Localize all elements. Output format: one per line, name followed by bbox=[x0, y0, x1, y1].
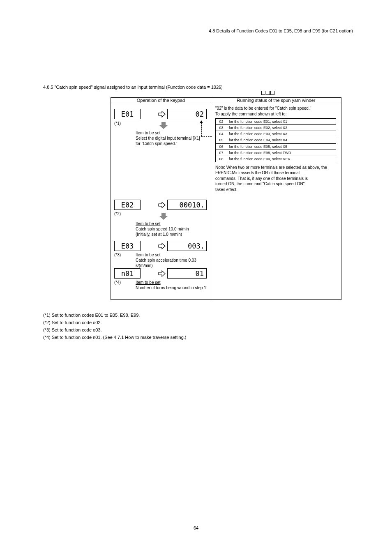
lcd-val-n01: 01 bbox=[167, 268, 207, 279]
lcd-val-e01: 02 bbox=[167, 109, 207, 119]
cell: 04 bbox=[216, 131, 227, 137]
lcd-code-e02: E02 bbox=[114, 200, 141, 210]
page-number: 64 bbox=[0, 525, 392, 530]
page-header: 4.8 Details of Function Codes E01 to E05… bbox=[209, 28, 353, 33]
pointer-tip bbox=[200, 120, 203, 123]
row-label-2: (*2) bbox=[114, 211, 121, 216]
lcd-code-e01: E01 bbox=[114, 109, 141, 119]
caption-body: Select the digital input terminal [X1] f… bbox=[136, 136, 200, 146]
cell: for the function code E01, select X1 bbox=[227, 119, 336, 125]
caption-body: Catch spin acceleration time 0.03 s/(m/m… bbox=[136, 258, 196, 268]
lcd-code-e03: E03 bbox=[114, 241, 141, 251]
lcd-val-e02: 00010. bbox=[167, 200, 207, 210]
right-intro: "02" is the data to be entered for "Catc… bbox=[215, 106, 338, 111]
right-panel: "02" is the data to be entered for "Catc… bbox=[211, 103, 341, 299]
cell: for the function code E04, select X4 bbox=[227, 137, 336, 143]
col-header-right: Running status of the spun yarn winder bbox=[211, 98, 341, 103]
caption-title: Item to be set bbox=[136, 131, 161, 135]
caption-e02: Item to be set Catch spin speed 10.0 m/m… bbox=[136, 221, 205, 237]
cell: for the function code E05, select X5 bbox=[227, 143, 336, 150]
caption-title: Item to be set bbox=[136, 280, 161, 285]
left-panel: E01 02 (*1) Item to be set Select the di… bbox=[111, 103, 211, 299]
lcd-code-n01: n01 bbox=[114, 268, 141, 279]
cell: 02 bbox=[216, 119, 227, 125]
pointer-v bbox=[201, 123, 202, 136]
section-title: 4.8.5 "Catch spin speed" signal assigned… bbox=[43, 85, 223, 90]
cell: for the function code E03, select X3 bbox=[227, 131, 336, 137]
footnote-2: (*2) Set to function code o02. bbox=[43, 320, 101, 326]
main-table: Operation of the keypad Running status o… bbox=[111, 97, 341, 300]
footnote-1: (*1) Set to function codes E01 to E05, E… bbox=[43, 312, 140, 318]
caption-body: Number of turns being wound in step 1 bbox=[136, 286, 206, 290]
cell: 03 bbox=[216, 125, 227, 131]
arrow-down-icon bbox=[159, 212, 168, 220]
square-decor bbox=[261, 90, 275, 96]
right-sub: To apply the command shown at left to: bbox=[215, 111, 338, 117]
caption-e03: Item to be set Catch spin acceleration t… bbox=[136, 252, 210, 268]
footnote-4: (*4) Set to function code n01. (See 4.7.… bbox=[43, 334, 187, 341]
arrow-down-icon bbox=[159, 121, 168, 129]
cell: 05 bbox=[216, 137, 227, 143]
cell: 07 bbox=[216, 150, 227, 156]
cell: 06 bbox=[216, 143, 227, 150]
cell: for the function code E99, select REV bbox=[227, 156, 336, 162]
arrow-right-icon bbox=[158, 269, 166, 278]
cell: for the function code E02, select X2 bbox=[227, 125, 336, 131]
caption-e01: Item to be set Select the digital input … bbox=[136, 130, 205, 146]
arrow-right-icon bbox=[158, 110, 166, 118]
row-label-1: (*1) bbox=[114, 121, 121, 126]
footnote-3: (*3) Set to function code o03. bbox=[43, 327, 101, 333]
arrow-right-icon bbox=[158, 242, 166, 250]
pointer-h bbox=[201, 136, 212, 137]
terminal-table: 02for the function code E01, select X1 0… bbox=[215, 118, 336, 162]
caption-title: Item to be set bbox=[136, 221, 161, 226]
row-label-3: (*3) bbox=[114, 252, 121, 258]
arrow-right-icon bbox=[158, 201, 166, 209]
cell: 08 bbox=[216, 156, 227, 162]
lcd-val-e03: 003. bbox=[167, 241, 207, 251]
caption-title: Item to be set bbox=[136, 253, 161, 257]
caption-n01: Item to be set Number of turns being wou… bbox=[136, 280, 210, 290]
note-text: Note: When two or more terminals are sel… bbox=[215, 165, 338, 193]
cell: for the function code E98, select FWD bbox=[227, 150, 336, 156]
col-header-left: Operation of the keypad bbox=[111, 98, 211, 103]
row-label-4: (*4) bbox=[114, 280, 121, 285]
